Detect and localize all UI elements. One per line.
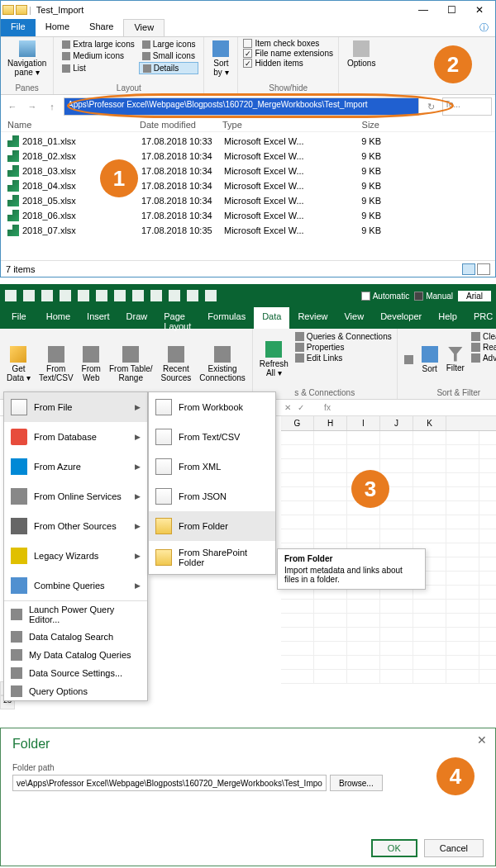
qat-icon[interactable] (169, 290, 180, 301)
grid-row[interactable] (281, 459, 496, 473)
folder-path-input[interactable] (12, 775, 327, 791)
file-row[interactable]: 2018_03.xlsx 17.08.2018 10:34 Microsoft … (1, 164, 495, 178)
tab-developer[interactable]: Developer (372, 307, 430, 329)
qat-icon[interactable] (205, 290, 217, 301)
browse-button[interactable]: Browse... (330, 775, 383, 791)
grid-row[interactable] (281, 431, 496, 445)
menu-item-from-azure[interactable]: From Azure▶ (4, 452, 147, 481)
grid-row[interactable] (281, 501, 496, 515)
redo-icon[interactable] (41, 290, 53, 301)
tab-data[interactable]: Data (254, 307, 289, 329)
header-name[interactable]: Name (7, 120, 140, 130)
qat-icon[interactable] (150, 290, 162, 301)
option-filename-extensions[interactable]: ✓File name extensions (243, 49, 333, 58)
layout-list[interactable]: List (59, 62, 137, 74)
sort-by-button[interactable]: Sort by ▾ (209, 39, 232, 78)
calc-automatic[interactable]: ✓Automatic (361, 292, 409, 301)
layout-extra-large[interactable]: Extra large icons (59, 39, 137, 50)
qat-icon[interactable] (114, 290, 126, 301)
menu-item-from-database[interactable]: From Database▶ (4, 422, 147, 452)
undo-icon[interactable] (23, 290, 35, 301)
column-header[interactable]: H (314, 416, 347, 430)
tab-home[interactable]: Home (36, 19, 79, 36)
filter-button[interactable]: Filter (443, 330, 468, 388)
from-table-button[interactable]: From Table/ Range (106, 330, 156, 397)
get-data-button[interactable]: Get Data ▾ (3, 330, 34, 397)
grid-row[interactable] (281, 642, 496, 656)
qat-icon[interactable] (132, 290, 144, 301)
properties-button[interactable]: Properties (295, 343, 392, 352)
menu-item-data-catalog-search[interactable]: Data Catalog Search (4, 628, 147, 646)
view-large-icon[interactable] (477, 263, 490, 275)
tab-file[interactable]: File (1, 19, 36, 36)
address-bar[interactable]: Apps\Professor Excel\Webpage\Blogposts\1… (64, 97, 419, 116)
tab-share[interactable]: Share (79, 19, 123, 36)
grid-row[interactable] (281, 445, 496, 459)
qat-icon[interactable] (60, 290, 71, 301)
cancel-button[interactable]: Cancel (424, 839, 484, 857)
file-row[interactable]: 2018_01.xlsx 17.08.2018 10:33 Microsoft … (1, 134, 495, 149)
tab-view[interactable]: View (123, 19, 165, 36)
navigation-pane-button[interactable]: Navigation pane ▾ (6, 39, 48, 78)
menu-item-my-data-catalog-queries[interactable]: My Data Catalog Queries (4, 646, 147, 664)
explorer-titlebar[interactable]: | Test_Import — ☐ ✕ (1, 1, 495, 19)
header-type[interactable]: Type (222, 120, 330, 130)
maximize-button[interactable]: ☐ (437, 2, 465, 18)
back-button[interactable]: ← (4, 98, 21, 115)
tab-insert[interactable]: Insert (79, 307, 118, 329)
header-size[interactable]: Size (330, 120, 379, 130)
calc-manual[interactable]: Manual (414, 292, 453, 301)
from-textcsv-button[interactable]: From Text/CSV (36, 330, 77, 397)
qat-icon[interactable] (96, 290, 107, 301)
option-hidden-items[interactable]: ✓Hidden items (243, 59, 333, 68)
menu-item-legacy-wizards[interactable]: Legacy Wizards▶ (4, 541, 147, 571)
layout-small[interactable]: Small icons (139, 50, 199, 61)
tab-review[interactable]: Review (289, 307, 336, 329)
dialog-close-button[interactable]: ✕ (477, 733, 487, 747)
search-input[interactable]: Te... (442, 97, 492, 116)
menu-item-data-source-settings-[interactable]: Data Source Settings... (4, 664, 147, 682)
tab-help[interactable]: Help (430, 307, 465, 329)
from-web-button[interactable]: From Web (79, 330, 104, 397)
grid-row[interactable] (281, 515, 496, 529)
column-header[interactable]: K (413, 416, 446, 430)
file-row[interactable]: 2018_05.xlsx 17.08.2018 10:34 Microsoft … (1, 193, 495, 208)
file-row[interactable]: 2018_06.xlsx 17.08.2018 10:34 Microsoft … (1, 208, 495, 223)
tab-home[interactable]: Home (38, 307, 79, 329)
menu-item-launch-power-query-editor-[interactable]: Launch Power Query Editor... (4, 600, 147, 628)
forward-button[interactable]: → (24, 98, 41, 115)
file-row[interactable]: 2018_04.xlsx 17.08.2018 10:34 Microsoft … (1, 178, 495, 193)
grid-row[interactable] (281, 656, 496, 670)
submenu-item-from-workbook[interactable]: From Workbook (149, 392, 275, 422)
column-header[interactable]: G (281, 416, 314, 430)
submenu-item-from-folder[interactable]: From Folder (149, 511, 275, 541)
file-list-headers[interactable]: Name Date modified Type Size (1, 118, 495, 132)
tab-view[interactable]: View (336, 307, 372, 329)
font-selector[interactable]: Arial (458, 291, 491, 301)
tab-file[interactable]: File (0, 307, 38, 329)
layout-details[interactable]: Details (139, 62, 199, 74)
minimize-button[interactable]: — (409, 2, 437, 18)
grid-row[interactable] (281, 614, 496, 628)
save-icon[interactable] (5, 290, 17, 301)
submenu-item-from-text-csv[interactable]: From Text/CSV (149, 422, 275, 452)
grid-row[interactable] (281, 628, 496, 642)
queries-connections-button[interactable]: Queries & Connections (295, 332, 392, 341)
close-button[interactable]: ✕ (465, 2, 494, 18)
clear-button[interactable]: Clear (471, 332, 496, 341)
column-header[interactable]: J (380, 416, 413, 430)
menu-item-combine-queries[interactable]: Combine Queries▶ (4, 571, 147, 600)
tab-prc[interactable]: PRC (465, 307, 496, 329)
ok-button[interactable]: OK (371, 839, 417, 857)
tab-formulas[interactable]: Formulas (199, 307, 254, 329)
option-item-checkboxes[interactable]: Item check boxes (243, 39, 333, 48)
header-date[interactable]: Date modified (140, 120, 222, 130)
qat-icon[interactable] (187, 290, 198, 301)
menu-item-from-online-services[interactable]: From Online Services▶ (4, 481, 147, 511)
file-row[interactable]: 2018_07.xlsx 17.08.2018 10:35 Microsoft … (1, 223, 495, 238)
up-button[interactable]: ↑ (44, 98, 60, 115)
refresh-button[interactable]: ↻ (422, 98, 439, 115)
grid-row[interactable] (281, 529, 496, 543)
reapply-button[interactable]: Reapply (471, 343, 496, 352)
grid-row[interactable] (281, 670, 496, 684)
